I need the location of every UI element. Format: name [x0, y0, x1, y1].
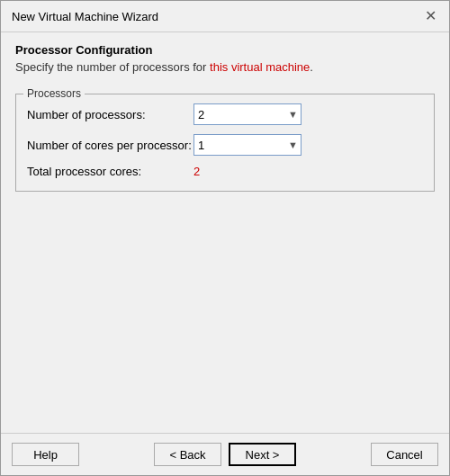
total-cores-label: Total processor cores:	[27, 165, 194, 178]
close-button[interactable]: ✕	[422, 8, 438, 24]
page-title: Processor Configuration	[15, 43, 435, 57]
help-button[interactable]: Help	[12, 443, 79, 466]
group-label: Processors	[23, 87, 85, 100]
header-section: Processor Configuration Specify the numb…	[1, 32, 449, 83]
next-button[interactable]: Next >	[229, 443, 296, 466]
processors-select-wrapper: 1 2 4 8 ▼	[194, 103, 302, 125]
total-cores-value: 2	[194, 165, 200, 178]
wizard-window: New Virtual Machine Wizard ✕ Processor C…	[0, 0, 450, 476]
footer: Help < Back Next > Cancel	[1, 433, 449, 475]
window-title: New Virtual Machine Wizard	[12, 10, 158, 23]
subtitle-text-before: Specify the number of processors for	[15, 60, 210, 74]
subtitle-text-highlight: this virtual machine	[210, 60, 310, 74]
processors-group: Processors Number of processors: 1 2 4 8…	[15, 94, 435, 192]
content-area: Processors Number of processors: 1 2 4 8…	[1, 83, 449, 433]
cores-select[interactable]: 1 2 4 8	[194, 134, 302, 156]
processors-row: Number of processors: 1 2 4 8 ▼	[27, 103, 423, 125]
cores-select-wrapper: 1 2 4 8 ▼	[194, 134, 302, 156]
page-subtitle: Specify the number of processors for thi…	[15, 60, 435, 74]
footer-center-buttons: < Back Next >	[154, 443, 296, 466]
cancel-button[interactable]: Cancel	[371, 443, 438, 466]
processors-select[interactable]: 1 2 4 8	[194, 103, 302, 125]
back-button[interactable]: < Back	[154, 443, 221, 466]
subtitle-text-after: .	[310, 60, 313, 74]
title-bar: New Virtual Machine Wizard ✕	[1, 1, 449, 32]
cores-label: Number of cores per processor:	[27, 139, 194, 152]
total-cores-row: Total processor cores: 2	[27, 165, 423, 178]
processors-label: Number of processors:	[27, 108, 194, 121]
cores-row: Number of cores per processor: 1 2 4 8 ▼	[27, 134, 423, 156]
